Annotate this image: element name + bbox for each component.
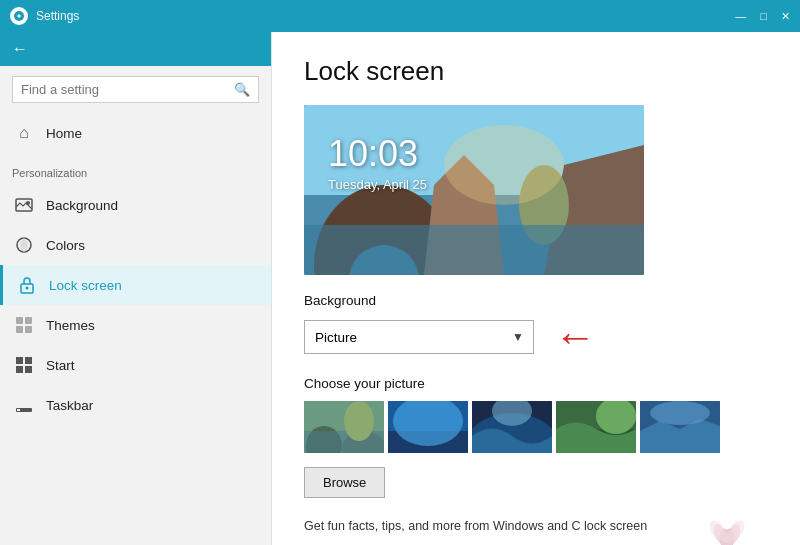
start-icon [14,355,34,375]
window-controls: — □ ✕ [735,11,790,22]
choose-picture-label: Choose your picture [304,376,768,391]
watermark: www.meovatgiadinh.vn [686,518,768,545]
svg-point-39 [650,401,710,425]
background-dropdown[interactable]: Picture Windows spotlight Slideshow [304,320,534,354]
svg-rect-9 [25,326,32,333]
sidebar-item-themes-label: Themes [46,318,95,333]
app-title: Settings [36,9,735,23]
svg-point-22 [444,125,564,205]
watermark-logo [702,518,752,545]
svg-rect-13 [25,366,32,373]
thumbnails-row [304,401,768,453]
sidebar-item-colors[interactable]: Colors [0,225,271,265]
svg-rect-12 [16,366,23,373]
svg-rect-11 [25,357,32,364]
sidebar-item-themes[interactable]: Themes [0,305,271,345]
colors-icon [14,235,34,255]
lock-screen-icon [17,275,37,295]
close-button[interactable]: ✕ [781,11,790,22]
search-input[interactable] [21,82,234,97]
app-icon [10,7,28,25]
preview-time: 10:03 [328,133,418,175]
sidebar-item-taskbar[interactable]: Taskbar [0,385,271,425]
svg-rect-7 [25,317,32,324]
background-section-label: Background [304,293,768,308]
maximize-button[interactable]: □ [760,11,767,22]
sidebar-item-home[interactable]: ⌂ Home [0,113,271,153]
svg-point-2 [26,201,30,205]
thumbnail-4[interactable] [556,401,636,453]
lock-screen-preview: 10:03 Tuesday, April 25 [304,105,644,275]
content-area: Lock screen [272,32,800,545]
svg-point-5 [26,287,29,290]
sidebar-section-title: Personalization [0,153,271,185]
svg-rect-6 [16,317,23,324]
background-dropdown-wrapper: Picture Windows spotlight Slideshow ▼ [304,320,534,354]
thumbnail-1[interactable] [304,401,384,453]
main-layout: ← 🔍 ⌂ Home Personalization Background [0,32,800,545]
sidebar-item-colors-label: Colors [46,238,85,253]
svg-point-27 [344,401,374,441]
background-icon [14,195,34,215]
sidebar-item-lock-screen[interactable]: Lock screen [0,265,271,305]
fun-facts-col: Get fun facts, tips, and more from Windo… [304,518,666,545]
thumbnail-5[interactable] [640,401,720,453]
sidebar-item-background[interactable]: Background [0,185,271,225]
page-title: Lock screen [304,56,768,87]
sidebar-item-start[interactable]: Start [0,345,271,385]
sidebar-item-start-label: Start [46,358,75,373]
fun-facts-text: Get fun facts, tips, and more from Windo… [304,518,666,536]
search-icon: 🔍 [234,82,250,97]
svg-rect-26 [304,431,384,453]
sidebar: ← 🔍 ⌂ Home Personalization Background [0,32,272,545]
taskbar-icon [14,395,34,415]
sidebar-item-taskbar-label: Taskbar [46,398,93,413]
content-wrapper: Lock screen [304,56,768,545]
red-arrow-dropdown: ← [554,316,596,358]
sidebar-item-background-label: Background [46,198,118,213]
sidebar-item-lock-screen-label: Lock screen [49,278,122,293]
themes-icon [14,315,34,335]
thumbnail-3[interactable] [472,401,552,453]
search-container: 🔍 [12,76,259,103]
svg-rect-15 [17,409,20,411]
back-button[interactable]: ← [0,32,271,66]
svg-rect-21 [304,225,644,275]
back-icon: ← [12,40,28,58]
svg-rect-8 [16,326,23,333]
home-icon: ⌂ [14,123,34,143]
minimize-button[interactable]: — [735,11,746,22]
titlebar: Settings — □ ✕ [0,0,800,32]
dropdown-row: Picture Windows spotlight Slideshow ▼ ← [304,316,768,358]
browse-button[interactable]: Browse [304,467,385,498]
preview-date: Tuesday, April 25 [328,177,427,192]
thumbnail-2[interactable] [388,401,468,453]
sidebar-item-home-label: Home [46,126,82,141]
svg-rect-10 [16,357,23,364]
fun-facts-section: Get fun facts, tips, and more from Windo… [304,518,768,545]
